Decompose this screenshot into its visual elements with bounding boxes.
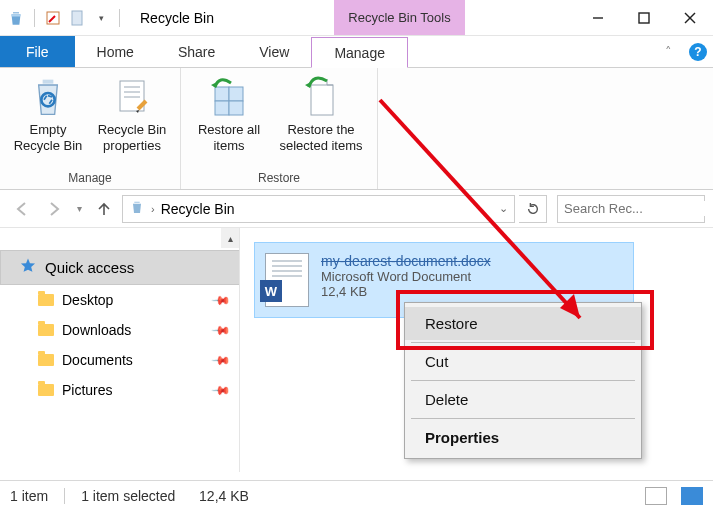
navigation-pane: ▴ Quick access Desktop📌 Downloads📌 Docum… (0, 228, 240, 472)
sidebar-item-label: Pictures (62, 382, 113, 398)
tab-view[interactable]: View (237, 36, 311, 67)
up-button[interactable] (90, 195, 118, 223)
address-bar[interactable]: › Recycle Bin ⌄ (122, 195, 515, 223)
svg-rect-17 (311, 85, 333, 115)
close-button[interactable] (667, 0, 713, 35)
sidebar-item-pictures[interactable]: Pictures📌 (0, 375, 239, 405)
pin-icon: 📌 (211, 290, 232, 311)
pin-icon: 📌 (211, 350, 232, 371)
sidebar-item-downloads[interactable]: Downloads📌 (0, 315, 239, 345)
chevron-right-icon: › (151, 203, 155, 215)
recycle-bin-icon (27, 76, 69, 118)
sidebar-item-documents[interactable]: Documents📌 (0, 345, 239, 375)
ribbon: Empty Recycle Bin Recycle Bin properties… (0, 68, 713, 190)
folder-icon (38, 384, 54, 396)
restore-selected-icon (300, 76, 342, 118)
file-type: Microsoft Word Document (321, 269, 491, 284)
empty-recycle-bin-button[interactable]: Empty Recycle Bin (6, 72, 90, 169)
svg-rect-8 (43, 80, 54, 84)
tab-home[interactable]: Home (75, 36, 156, 67)
restore-selected-items-button[interactable]: Restore the selected items (271, 72, 371, 169)
sidebar-item-label: Documents (62, 352, 133, 368)
pin-icon: 📌 (211, 320, 232, 341)
tab-manage[interactable]: Manage (311, 37, 408, 68)
status-selection-size: 12,4 KB (199, 488, 249, 504)
sidebar-item-desktop[interactable]: Desktop📌 (0, 285, 239, 315)
button-label: Restore the selected items (273, 122, 369, 155)
context-menu-restore[interactable]: Restore (405, 307, 641, 340)
button-label: Empty Recycle Bin (8, 122, 88, 155)
window-title: Recycle Bin (130, 10, 224, 26)
recycle-bin-icon (129, 199, 145, 218)
title-bar: ▾ Recycle Bin Recycle Bin Tools (0, 0, 713, 36)
details-view-button[interactable] (645, 487, 667, 505)
folder-icon (38, 354, 54, 366)
star-icon (19, 257, 37, 278)
contextual-tab-label: Recycle Bin Tools (334, 0, 464, 35)
ribbon-group-label: Manage (0, 169, 180, 189)
recycle-bin-icon (6, 8, 26, 28)
svg-rect-15 (215, 101, 229, 115)
button-label: Recycle Bin properties (92, 122, 172, 155)
recycle-bin-properties-button[interactable]: Recycle Bin properties (90, 72, 174, 169)
search-box[interactable] (557, 195, 705, 223)
ribbon-tabs: File Home Share View Manage ˄ ? (0, 36, 713, 68)
status-item-count: 1 item (10, 488, 48, 504)
tab-share[interactable]: Share (156, 36, 237, 67)
refresh-button[interactable] (519, 195, 547, 223)
svg-rect-13 (215, 87, 229, 101)
qat-dropdown-icon[interactable]: ▾ (91, 8, 111, 28)
ribbon-group-label: Restore (181, 169, 377, 189)
chevron-down-icon[interactable]: ⌄ (499, 202, 508, 215)
back-button[interactable] (8, 195, 36, 223)
qat-item-icon[interactable] (67, 8, 87, 28)
minimize-button[interactable] (575, 0, 621, 35)
svg-rect-4 (639, 13, 649, 23)
context-menu-cut[interactable]: Cut (405, 345, 641, 378)
context-menu: Restore Cut Delete Properties (404, 302, 642, 459)
restore-all-icon (208, 76, 250, 118)
help-button[interactable]: ? (683, 36, 713, 67)
properties-icon (111, 76, 153, 118)
sidebar-item-label: Desktop (62, 292, 113, 308)
file-size: 12,4 KB (321, 284, 491, 299)
recent-locations-button[interactable]: ▾ (72, 195, 86, 223)
word-document-icon: W (265, 253, 309, 307)
pin-icon: 📌 (211, 380, 232, 401)
large-icons-view-button[interactable] (681, 487, 703, 505)
quick-access-label: Quick access (45, 259, 134, 276)
svg-rect-14 (229, 87, 243, 101)
forward-button[interactable] (40, 195, 68, 223)
context-menu-properties[interactable]: Properties (405, 421, 641, 454)
address-segment[interactable]: Recycle Bin (161, 201, 235, 217)
quick-access-header[interactable]: Quick access (0, 250, 239, 285)
folder-icon (38, 294, 54, 306)
button-label: Restore all items (189, 122, 269, 155)
status-bar: 1 item 1 item selected 12,4 KB (0, 480, 713, 510)
folder-icon (38, 324, 54, 336)
tab-file[interactable]: File (0, 36, 75, 67)
scroll-up-button[interactable]: ▴ (221, 228, 239, 248)
restore-all-items-button[interactable]: Restore all items (187, 72, 271, 169)
ribbon-collapse-button[interactable]: ˄ (653, 36, 683, 67)
context-menu-delete[interactable]: Delete (405, 383, 641, 416)
qat-properties-icon[interactable] (43, 8, 63, 28)
search-input[interactable] (564, 201, 713, 216)
svg-rect-2 (72, 11, 82, 25)
file-name: my-dearest-document.docx (321, 253, 491, 269)
svg-rect-0 (13, 12, 19, 14)
sidebar-item-label: Downloads (62, 322, 131, 338)
svg-rect-16 (229, 101, 243, 115)
navigation-bar: ▾ › Recycle Bin ⌄ (0, 190, 713, 228)
maximize-button[interactable] (621, 0, 667, 35)
status-selected-count: 1 item selected (81, 488, 175, 504)
svg-rect-18 (134, 202, 139, 203)
